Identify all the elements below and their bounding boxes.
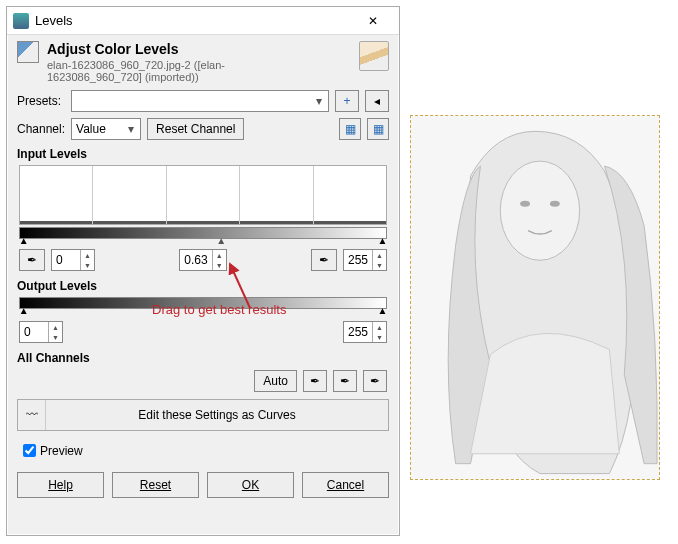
- output-high-spin[interactable]: 255 ▲▼: [343, 321, 387, 343]
- presets-combo[interactable]: [71, 90, 329, 112]
- close-icon: ✕: [368, 14, 378, 28]
- hist-linear-icon: ▦: [345, 122, 356, 136]
- menu-icon: ◂: [374, 94, 380, 108]
- all-channels-label: All Channels: [7, 347, 399, 367]
- pick-black-button[interactable]: ✒: [303, 370, 327, 392]
- curves-icon: 〰: [18, 400, 46, 430]
- svg-point-2: [520, 201, 530, 207]
- preview-label: Preview: [40, 444, 83, 458]
- eyedropper-icon: ✒: [27, 253, 37, 267]
- auto-button[interactable]: Auto: [254, 370, 297, 392]
- channel-combo[interactable]: Value: [71, 118, 141, 140]
- preset-menu-button[interactable]: ◂: [365, 90, 389, 112]
- levels-dialog: Levels ✕ Adjust Color Levels elan-162308…: [6, 6, 400, 536]
- canvas-image: [410, 115, 660, 480]
- dialog-subtitle: elan-1623086_960_720.jpg-2 ([elan-162308…: [47, 59, 317, 83]
- eyedropper-icon: ✒: [370, 374, 380, 388]
- add-preset-button[interactable]: +: [335, 90, 359, 112]
- input-levels-label: Input Levels: [7, 143, 399, 163]
- dialog-title: Adjust Color Levels: [47, 41, 317, 57]
- log-hist-button[interactable]: ▦: [367, 118, 389, 140]
- reset-button[interactable]: Reset: [112, 472, 199, 498]
- output-white-handle[interactable]: ▲: [377, 305, 387, 316]
- black-point-handle[interactable]: ▲: [19, 235, 29, 246]
- titlebar: Levels ✕: [7, 7, 399, 35]
- input-low-spin[interactable]: 0 ▲▼: [51, 249, 95, 271]
- reset-channel-button[interactable]: Reset Channel: [147, 118, 244, 140]
- hist-log-icon: ▦: [373, 122, 384, 136]
- gamma-handle[interactable]: ▲: [216, 235, 226, 246]
- app-icon: [13, 13, 29, 29]
- svg-point-1: [500, 161, 579, 260]
- white-point-handle[interactable]: ▲: [377, 235, 387, 246]
- preview-checkbox[interactable]: [23, 444, 36, 457]
- output-gradient[interactable]: ▲ ▲: [19, 297, 387, 309]
- eyedropper-icon: ✒: [319, 253, 329, 267]
- output-levels-label: Output Levels: [7, 275, 399, 295]
- cancel-button[interactable]: Cancel: [302, 472, 389, 498]
- output-black-handle[interactable]: ▲: [19, 305, 29, 316]
- white-eyedropper[interactable]: ✒: [311, 249, 337, 271]
- svg-point-3: [550, 201, 560, 207]
- input-gamma-spin[interactable]: 0.63 ▲▼: [179, 249, 226, 271]
- pick-white-button[interactable]: ✒: [363, 370, 387, 392]
- channel-label: Channel:: [17, 122, 65, 136]
- input-high-spin[interactable]: 255 ▲▼: [343, 249, 387, 271]
- ok-button[interactable]: OK: [207, 472, 294, 498]
- presets-label: Presets:: [17, 94, 65, 108]
- help-button[interactable]: Help: [17, 472, 104, 498]
- levels-icon: [17, 41, 39, 63]
- black-eyedropper[interactable]: ✒: [19, 249, 45, 271]
- dialog-header: Adjust Color Levels elan-1623086_960_720…: [7, 35, 399, 87]
- input-gradient[interactable]: ▲ ▲ ▲: [19, 227, 387, 239]
- image-thumbnail: [359, 41, 389, 71]
- edit-as-curves-button[interactable]: 〰 Edit these Settings as Curves: [17, 399, 389, 431]
- close-button[interactable]: ✕: [353, 7, 393, 34]
- eyedropper-icon: ✒: [340, 374, 350, 388]
- window-title: Levels: [35, 13, 353, 28]
- linear-hist-button[interactable]: ▦: [339, 118, 361, 140]
- output-low-spin[interactable]: 0 ▲▼: [19, 321, 63, 343]
- histogram: [19, 165, 387, 225]
- pick-gray-button[interactable]: ✒: [333, 370, 357, 392]
- plus-icon: +: [343, 94, 350, 108]
- eyedropper-icon: ✒: [310, 374, 320, 388]
